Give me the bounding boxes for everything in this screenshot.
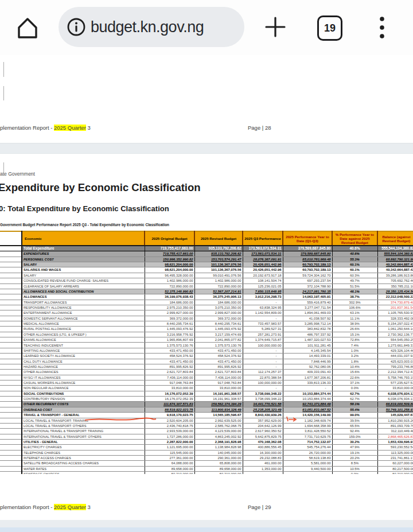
table-cell: 1,694,668,358.99 bbox=[283, 423, 332, 428]
table-cell: RURAL POSTING ALLOWANCE bbox=[22, 327, 145, 332]
table-cell: 25,235,205,323.49 bbox=[243, 407, 283, 412]
table-cell: 113,800,934,326.49 bbox=[194, 407, 243, 412]
table-cell: -201,837,361.54 bbox=[377, 305, 413, 310]
table-cell: 697,293,237.54 bbox=[283, 278, 332, 284]
table-cell: 722,890,000.00 bbox=[194, 284, 243, 289]
table-cell: 425,623,003.01 bbox=[377, 359, 413, 364]
table-row: CLEARANCE OF SALARY ARREARS722,890,000.0… bbox=[0, 284, 413, 289]
table-cell: 40.6% bbox=[332, 251, 377, 257]
table-cell: 5,581,000.00 bbox=[283, 461, 332, 466]
table-cell: EXPENDITURES bbox=[22, 251, 145, 257]
table-cell: 379,589,687,845.80 bbox=[283, 246, 332, 251]
table-cell: 7,731,710,629.75 bbox=[283, 434, 332, 439]
table-cell bbox=[0, 456, 22, 461]
table-header-cell: 2025 Original Budget bbox=[145, 231, 194, 246]
url-text[interactable]: budget.kn.gov.ng bbox=[91, 18, 204, 36]
home-icon bbox=[16, 15, 39, 40]
table-cell: 379,589,687,845.80 bbox=[283, 251, 332, 257]
table-cell: 14,063,197,405.91 bbox=[283, 294, 332, 300]
table-cell: 2,933,539,000.00 bbox=[145, 429, 194, 434]
table-row: ENTERTAINMENT ALLOWANCE2,999,827,000.002… bbox=[0, 310, 413, 316]
home-button[interactable] bbox=[16, 15, 39, 40]
table-cell: 554,545,050.29 bbox=[377, 337, 413, 343]
table-cell: 5,289,527.31 bbox=[243, 327, 283, 332]
table-cell bbox=[0, 332, 22, 337]
table-cell: 22,870,388.54 bbox=[243, 375, 283, 380]
table-cell: 302.9% bbox=[332, 300, 377, 305]
table-cell: 2,585,762,068.75 bbox=[194, 423, 243, 428]
table-cell: 555,544,104,360.82 bbox=[377, 251, 413, 257]
table-cell: - bbox=[243, 348, 283, 353]
table-cell: 60,227,000.00 bbox=[377, 461, 413, 466]
table-cell: 5,154,297,022.47 bbox=[377, 321, 413, 327]
table-cell: 3,912,216,298.73 bbox=[243, 294, 283, 300]
table-cell: 458,524,376.92 bbox=[145, 354, 194, 359]
table-cell: 705,692,762.46 bbox=[377, 278, 413, 284]
table-cell bbox=[0, 450, 22, 455]
table-header-cell bbox=[0, 231, 22, 246]
table-cell bbox=[0, 257, 22, 262]
table-cell: TRANSPORT ALLOWANCES bbox=[22, 300, 145, 305]
table-cell: 935,133,792,206.62 bbox=[194, 246, 243, 251]
table-cell: 2,520,604,205.00 bbox=[145, 418, 194, 423]
table-cell: 125,236,021.05 bbox=[243, 284, 283, 289]
table-cell: 1,677,367,206.81 bbox=[283, 375, 332, 380]
table-cell: 545,754,276.44 bbox=[283, 445, 332, 450]
tab-switcher-button[interactable]: 19 bbox=[316, 14, 342, 41]
table-cell: 11.1% bbox=[332, 316, 377, 321]
plus-icon bbox=[263, 14, 288, 40]
table-cell bbox=[0, 327, 22, 332]
table-cell: CONSOLIDATED REVENUE FUND CHARGE- SALARI… bbox=[22, 278, 145, 284]
table-row: INTERNET ACCESS CHARGES277,361,000.00290… bbox=[0, 456, 413, 461]
table-cell bbox=[0, 321, 22, 327]
table-cell bbox=[0, 429, 22, 434]
table-cell: 30.2% bbox=[332, 439, 377, 444]
table-cell: 917,048,763.84 bbox=[145, 380, 194, 385]
info-icon[interactable] bbox=[67, 17, 86, 37]
table-cell: NYSC/ IT ALLOWANCES bbox=[22, 375, 145, 380]
table-header-cell: 2025 Performance Year to Date (Q1-Q3) bbox=[283, 231, 332, 246]
table-cell bbox=[0, 375, 22, 380]
new-tab-button[interactable] bbox=[263, 14, 288, 40]
table-cell: 409,333,091.43 bbox=[283, 370, 332, 375]
table-row: TEACHING INDUCEMENT1,375,573,130.761,375… bbox=[0, 343, 413, 348]
table-cell: OTHER RECURRENT COSTS bbox=[22, 402, 145, 407]
table-row: HAZARD ALLOWANCE891,995,826.92891,995,82… bbox=[0, 364, 413, 369]
table-cell: 7,436,114,000.00 bbox=[145, 375, 194, 380]
table-cell: 6,038,076,934.13 bbox=[377, 397, 413, 402]
table-row: OTHER ALLOWANCES (LTG, & UPKEEP )3,216,9… bbox=[0, 332, 413, 337]
table-cell: - bbox=[243, 354, 283, 359]
table-row: MEDICAL ALLOWANCE8,440,295,734.618,440,2… bbox=[0, 321, 413, 327]
table-cell: 20,426,051,442.96 bbox=[243, 267, 283, 273]
table-header-cell: Economic bbox=[22, 231, 145, 246]
table-cell: 62.7% bbox=[332, 397, 377, 402]
table-cell: 10,153,884,374.44 bbox=[283, 391, 332, 396]
footer-report-title: plementation Report - 2025 Quarter 3 bbox=[0, 125, 91, 131]
page-29-footer: plementation Report - 2025 Quarter 3 Pag… bbox=[0, 504, 413, 513]
table-cell: ELECTRICITY CHARGES bbox=[22, 445, 145, 450]
table-cell: 461,000.00 bbox=[243, 461, 283, 466]
table-cell: 433,471,450.00 bbox=[194, 359, 243, 364]
browser-menu-button[interactable] bbox=[376, 14, 388, 41]
table-cell: 1,121,695,000.00 bbox=[145, 445, 194, 450]
table-cell: 312,110,449.48 bbox=[377, 429, 413, 434]
table-cell: 891,093,709.76 bbox=[377, 423, 413, 428]
table-cell: 1.8% bbox=[332, 359, 377, 364]
table-cell bbox=[0, 359, 22, 364]
table-cell: 339,813,136.33 bbox=[283, 380, 332, 385]
table-cell: 20.2% bbox=[332, 456, 377, 461]
table-cell bbox=[0, 246, 22, 251]
address-bar[interactable]: budget.kn.gov.ng bbox=[59, 7, 244, 47]
table-cell: - bbox=[243, 364, 283, 369]
table-cell: INTERNATIONAL TRAVEL & TRANSPORT: OTHERS bbox=[22, 434, 145, 439]
table-cell bbox=[0, 305, 22, 310]
table-cell: 1,375,573,130.76 bbox=[145, 343, 194, 348]
footer-report-title: plementation Report - 2025 Quarter 3 bbox=[0, 504, 91, 510]
table-cell: 328,333,492.08 bbox=[377, 316, 413, 321]
table-row: LOCAL TRAVEL & TRANSPORT: TRAINING2,520,… bbox=[0, 418, 413, 423]
table-cell: 49.7% bbox=[332, 278, 377, 284]
table-cell: 2,621,727,803.84 bbox=[194, 370, 243, 375]
table-row: SALARY96,495,328,000.0099,010,491,076.56… bbox=[0, 273, 413, 278]
table-cell: 55.4% bbox=[332, 407, 377, 412]
table-cell: 733,457,983.57 bbox=[243, 321, 283, 327]
